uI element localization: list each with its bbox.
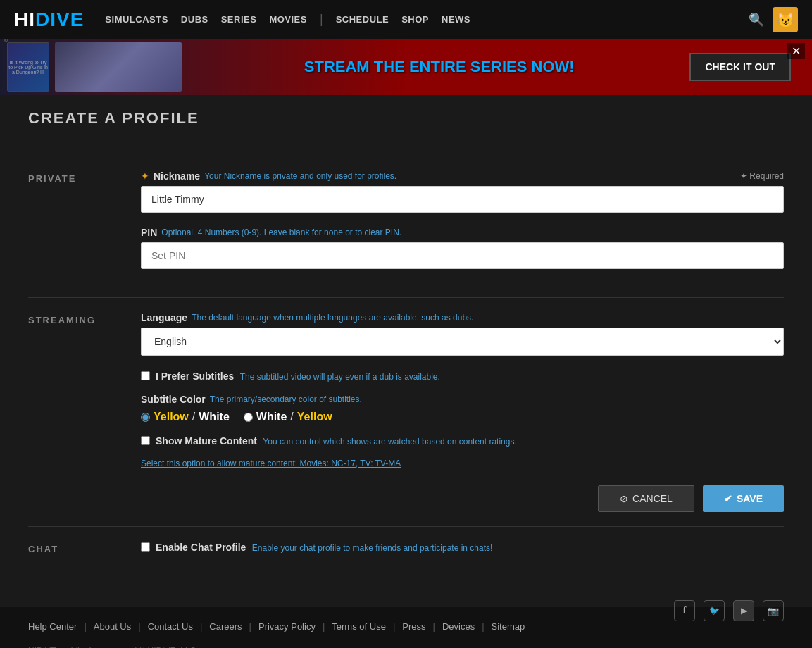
private-section: PRIVATE ✦ Nickname Your Nickname is priv… bbox=[28, 156, 784, 298]
nav-shop[interactable]: SHOP bbox=[401, 14, 429, 25]
banner-ad-left: Is it Wrong to Try to Pick Up Girls in a… bbox=[0, 42, 189, 92]
banner-highlight: ENTIRE SERIES bbox=[409, 58, 527, 75]
pin-label: PIN bbox=[141, 227, 157, 238]
language-label: Language bbox=[141, 312, 187, 323]
footer-privacy-policy[interactable]: Privacy Policy bbox=[258, 621, 316, 632]
enable-chat-checkbox[interactable] bbox=[141, 542, 150, 552]
radio-yellow-white-input[interactable] bbox=[141, 413, 150, 422]
language-select[interactable]: English Japanese French German Spanish P… bbox=[141, 328, 784, 356]
radio-white-yellow[interactable]: White/Yellow bbox=[244, 411, 332, 423]
subtitle-color-section: Subtitle Color The primary/secondary col… bbox=[141, 394, 784, 423]
nav-simulcasts[interactable]: SIMULCASTS bbox=[105, 14, 168, 25]
streaming-content: Language The default language when multi… bbox=[141, 312, 784, 512]
required-note: ✦ Required bbox=[740, 171, 784, 181]
save-label: SAVE bbox=[737, 493, 763, 504]
banner-book-cover: Is it Wrong to Try to Pick Up Girls in a… bbox=[7, 42, 49, 92]
banner-ad: ©FD-SBCr/D3 Is it Wrong to Try to Pick U… bbox=[0, 39, 812, 95]
banner-watermark: ©FD-SBCr/D3 bbox=[4, 39, 10, 42]
footer-about-us[interactable]: About Us bbox=[94, 621, 131, 632]
prefer-subtitles-label[interactable]: I Prefer Subtitles The subtitled video w… bbox=[156, 370, 440, 382]
form-buttons: ⊘ CANCEL ✔ SAVE bbox=[141, 485, 784, 512]
language-hint: The default language when multiple langu… bbox=[192, 313, 473, 323]
nickname-asterisk: ✦ bbox=[141, 170, 149, 182]
logo[interactable]: HIDIVE bbox=[14, 8, 84, 31]
instagram-icon[interactable]: 📷 bbox=[763, 600, 784, 621]
mature-content-label[interactable]: Show Mature Content You can control whic… bbox=[156, 435, 517, 447]
nickname-hint: Your Nickname is private and only used f… bbox=[204, 171, 396, 181]
mature-content-link[interactable]: Select this option to allow mature conte… bbox=[141, 459, 784, 468]
facebook-icon[interactable]: f bbox=[674, 600, 695, 621]
nav-series[interactable]: SERIES bbox=[221, 14, 257, 25]
pin-hint: Optional. 4 Numbers (0-9). Leave blank f… bbox=[161, 228, 401, 237]
language-label-row: Language The default language when multi… bbox=[141, 312, 784, 323]
subtitle-color-hint: The primary/secondary color of subtitles… bbox=[210, 394, 362, 404]
chat-label: CHAT bbox=[28, 541, 120, 565]
chat-content: Enable Chat Profile Enable your chat pro… bbox=[141, 541, 784, 565]
nav-divider: | bbox=[320, 12, 323, 27]
nickname-group: ✦ Nickname Your Nickname is private and … bbox=[141, 170, 784, 213]
banner-characters-image bbox=[55, 42, 182, 92]
page-title: CREATE A PROFILE bbox=[28, 109, 784, 127]
cancel-button[interactable]: ⊘ CANCEL bbox=[598, 485, 694, 512]
youtube-icon[interactable]: ▶ bbox=[733, 600, 754, 621]
avatar[interactable]: 😺 bbox=[773, 7, 798, 32]
banner-cta-button[interactable]: CHECK IT OUT bbox=[689, 53, 791, 81]
page-divider bbox=[28, 135, 784, 135]
cancel-label: CANCEL bbox=[632, 493, 673, 504]
footer-links: Help Center | About Us | Contact Us | Ca… bbox=[28, 621, 525, 632]
nickname-input[interactable] bbox=[141, 186, 784, 213]
nav-news[interactable]: NEWS bbox=[442, 14, 470, 25]
nav-schedule[interactable]: SCHEDULE bbox=[336, 14, 389, 25]
radio-white-yellow-input[interactable] bbox=[244, 413, 253, 422]
footer-social: f 🐦 ▶ 📷 bbox=[674, 600, 784, 621]
prefer-subtitles-row: I Prefer Subtitles The subtitled video w… bbox=[141, 370, 784, 382]
prefer-subtitles-checkbox[interactable] bbox=[141, 371, 150, 380]
streaming-label: STREAMING bbox=[28, 312, 120, 512]
footer-careers[interactable]: Careers bbox=[209, 621, 242, 632]
footer-contact-us[interactable]: Contact Us bbox=[148, 621, 193, 632]
nickname-label: Nickname bbox=[154, 170, 200, 182]
radio-yellow-white[interactable]: Yellow/White bbox=[141, 411, 230, 423]
pin-label-row: PIN Optional. 4 Numbers (0-9). Leave bla… bbox=[141, 227, 784, 238]
footer-press[interactable]: Press bbox=[402, 621, 425, 632]
footer-sitemap[interactable]: Sitemap bbox=[492, 621, 525, 632]
nav-movies[interactable]: MOVIES bbox=[269, 14, 307, 25]
nav-dubs[interactable]: DUBS bbox=[181, 14, 208, 25]
banner-close-button[interactable]: ✕ bbox=[787, 43, 805, 59]
nav-right: 🔍 😺 bbox=[749, 7, 798, 32]
cancel-icon: ⊘ bbox=[620, 493, 628, 504]
footer-devices[interactable]: Devices bbox=[442, 621, 475, 632]
twitter-icon[interactable]: 🐦 bbox=[704, 600, 725, 621]
streaming-section: STREAMING Language The default language … bbox=[28, 298, 784, 527]
search-button[interactable]: 🔍 bbox=[749, 12, 764, 27]
footer-help-center[interactable]: Help Center bbox=[28, 621, 77, 632]
chat-section: CHAT Enable Chat Profile Enable your cha… bbox=[28, 527, 784, 579]
private-content: ✦ Nickname Your Nickname is private and … bbox=[141, 170, 784, 283]
save-button[interactable]: ✔ SAVE bbox=[703, 485, 784, 512]
nav-links: SIMULCASTS DUBS SERIES MOVIES | SCHEDULE… bbox=[105, 12, 735, 27]
nickname-label-row: ✦ Nickname Your Nickname is private and … bbox=[141, 170, 784, 182]
subtitle-color-radios: Yellow/White White/Yellow bbox=[141, 411, 784, 423]
footer: Help Center | About Us | Contact Us | Ca… bbox=[0, 607, 812, 648]
enable-chat-row: Enable Chat Profile Enable your chat pro… bbox=[141, 541, 784, 554]
page-content: CREATE A PROFILE PRIVATE ✦ Nickname Your… bbox=[0, 95, 812, 593]
enable-chat-label[interactable]: Enable Chat Profile Enable your chat pro… bbox=[156, 541, 492, 554]
banner-text: STREAM THE ENTIRE SERIES NOW! bbox=[189, 58, 689, 76]
pin-group: PIN Optional. 4 Numbers (0-9). Leave bla… bbox=[141, 227, 784, 269]
subtitle-color-label-row: Subtitle Color The primary/secondary col… bbox=[141, 394, 784, 405]
logo-dive: DIVE bbox=[35, 8, 84, 30]
language-group: Language The default language when multi… bbox=[141, 312, 784, 356]
mature-content-row: Show Mature Content You can control whic… bbox=[141, 435, 784, 447]
save-icon: ✔ bbox=[724, 493, 732, 504]
private-label: PRIVATE bbox=[28, 170, 120, 283]
mature-content-checkbox[interactable] bbox=[141, 436, 150, 445]
subtitle-color-label: Subtitle Color bbox=[141, 394, 206, 405]
pin-input[interactable] bbox=[141, 242, 784, 269]
main-nav: HIDIVE SIMULCASTS DUBS SERIES MOVIES | S… bbox=[0, 0, 812, 39]
footer-terms-of-use[interactable]: Terms of Use bbox=[332, 621, 386, 632]
